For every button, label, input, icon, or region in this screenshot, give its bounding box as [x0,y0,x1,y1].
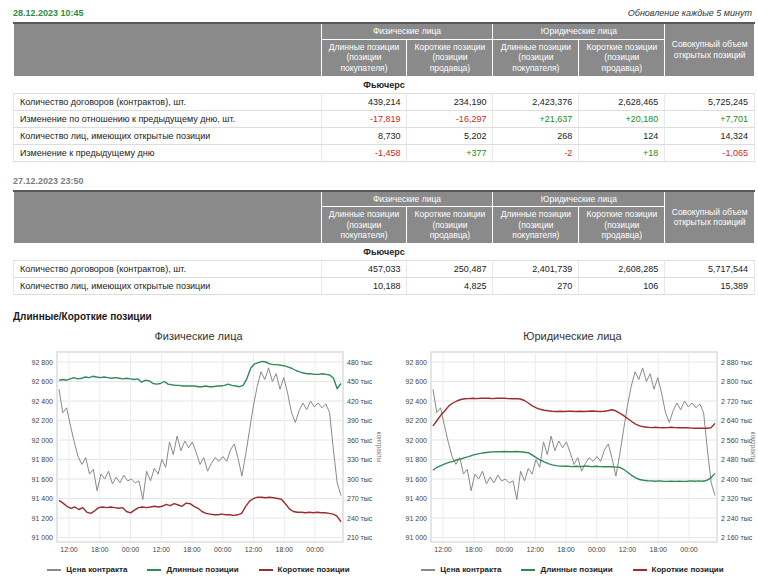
y-axis-left-tick: 92 000 [32,437,54,444]
y-axis-right-tick: 2 240 тыс [721,515,753,522]
cell-value: -1,065 [665,144,755,161]
y-axis-right-tick: 390 тыс [347,417,373,424]
cell-value: 2,608,285 [579,261,665,278]
cell-value: 15,389 [665,278,755,295]
x-axis-tick: 12:00 [245,546,263,553]
x-axis-tick: 18:00 [183,546,201,553]
legend-item[interactable]: Длинные позиции [147,565,238,574]
y-axis-left-tick: 91 400 [32,495,54,502]
col-header-jur-short: Короткие позиции (позиции продавца) [579,207,665,244]
col-header-fiz-long: Длинные позиции (позиции покупателя) [321,207,407,244]
table-row: Количество лиц, имеющих открытые позиции… [14,278,755,295]
y-axis-left-tick: 91 200 [406,515,428,522]
x-axis-tick: 18:00 [557,546,575,553]
y-axis-right-tick: 2 320 тыс [721,495,753,502]
legend-item[interactable]: Длинные позиции [521,565,612,574]
cell-value: 2,628,465 [579,93,665,110]
y-axis-left-tick: 91 400 [406,495,428,502]
cell-value: 268 [493,127,579,144]
legend-label: Короткие позиции [652,565,724,574]
y-axis-right-tick: 2 160 тыс [721,534,753,541]
open-positions-table-previous: Физические лица Юридические лица Совокуп… [13,190,755,296]
chart-jur-legend: Цена контрактаДлинные позицииКороткие по… [387,565,758,574]
cell-value: +21,637 [493,110,579,127]
x-axis-tick: 00:00 [214,546,232,553]
y-axis-right-tick: 2 720 тыс [721,398,753,405]
legend-line-swatch [47,569,61,571]
cell-value: -16,297 [407,110,493,127]
x-axis-tick: 00:00 [588,546,606,553]
y-axis-right-tick: 270 тыс [347,495,373,502]
corner-cell [14,191,322,244]
cell-value: 234,190 [407,93,493,110]
table1-timestamp: 28.12.2023 10:45 [13,8,84,18]
legend-label: Длинные позиции [166,565,238,574]
y-axis-left-tick: 91 200 [32,515,54,522]
legend-item[interactable]: Короткие позиции [633,565,724,574]
open-positions-table-current: Физические лица Юридические лица Совокуп… [13,22,755,162]
right-axis-label: контракты [375,432,383,463]
section-label-futures: Фьючерс [14,76,755,93]
y-axis-left-tick: 92 600 [32,378,54,385]
col-header-jur-long: Длинные позиции (позиции покупателя) [493,39,579,76]
row-label: Количество договоров (контрактов), шт. [14,261,322,278]
y-axis-left-tick: 91 800 [32,456,54,463]
legend-label: Цена контракта [66,565,127,574]
y-axis-right-tick: 2 400 тыс [721,476,753,483]
col-header-total: Совокупный объем открытых позиций [665,191,755,244]
x-axis-tick: 00:00 [306,546,324,553]
legend-item[interactable]: Цена контракта [47,565,127,574]
cell-value: 4,825 [407,278,493,295]
y-axis-right-tick: 2 880 тыс [721,359,753,366]
legend-item[interactable]: Короткие позиции [259,565,350,574]
top-bar: 28.12.2023 10:45 Обновление каждые 5 мин… [13,8,754,18]
corner-cell [14,23,322,76]
y-axis-right-tick: 2 560 тыс [721,437,753,444]
x-axis-tick: 18:00 [91,546,109,553]
cell-value: -2 [493,144,579,161]
table-row: Изменение к предыдущему дню-1,458+377-2+… [14,144,755,161]
legend-line-swatch [521,569,535,571]
cell-value: +377 [407,144,493,161]
cell-value: -1,458 [321,144,407,161]
x-axis-tick: 18:00 [275,546,293,553]
y-axis-right-tick: 360 тыс [347,437,373,444]
table-row: Количество лиц, имеющих открытые позиции… [14,127,755,144]
legend-line-swatch [147,569,161,571]
cell-value: 5,717,544 [665,261,755,278]
table2-timestamp: 27.12.2023 23:50 [13,176,754,186]
right-axis-label: контракты [749,432,757,463]
y-axis-left-tick: 91 600 [32,476,54,483]
y-axis-left-tick: 92 800 [32,359,54,366]
cell-value: 124 [579,127,665,144]
row-label: Количество лиц, имеющих открытые позиции [14,127,322,144]
y-axis-right-tick: 480 тыс [347,359,373,366]
chart-jur-svg: 92 8002 880 тыс92 6002 800 тыс92 4002 72… [387,344,758,558]
x-axis-tick: 12:00 [434,546,452,553]
y-axis-right-tick: 2 480 тыс [721,456,753,463]
group-header-jur: Юридические лица [493,23,665,39]
y-axis-right-tick: 240 тыс [347,515,373,522]
x-axis-tick: 00:00 [496,546,514,553]
chart-fiz-svg: 92 800480 тыс92 600450 тыс92 400420 тыс9… [13,344,384,558]
group-header-fiz: Физические лица [321,23,493,39]
col-header-fiz-short: Короткие позиции (позиции продавца) [407,39,493,76]
cell-value: 5,725,245 [665,93,755,110]
y-axis-right-tick: 420 тыс [347,398,373,405]
group-header-jur: Юридические лица [493,191,665,207]
legend-item[interactable]: Цена контракта [421,565,501,574]
chart-fiz-title: Физические лица [13,330,384,342]
y-axis-left-tick: 92 200 [406,417,428,424]
row-label: Количество договоров (контрактов), шт. [14,93,322,110]
y-axis-left-tick: 92 200 [32,417,54,424]
cell-value: 270 [493,278,579,295]
x-axis-tick: 18:00 [649,546,667,553]
cell-value: 2,401,739 [493,261,579,278]
x-axis-tick: 00:00 [122,546,140,553]
chart-jur: Юридические лица 92 8002 880 тыс92 6002 … [387,324,758,574]
cell-value: 439,214 [321,93,407,110]
legend-label: Длинные позиции [540,565,612,574]
legend-line-swatch [633,569,647,571]
group-header-fiz: Физические лица [321,191,493,207]
y-axis-left-tick: 92 600 [406,378,428,385]
